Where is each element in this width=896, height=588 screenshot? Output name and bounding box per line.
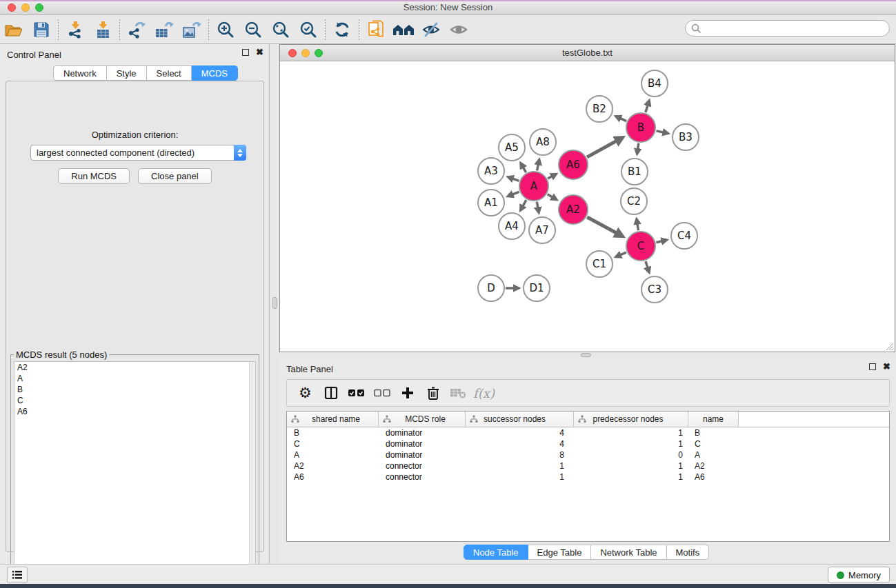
float-table-panel-icon[interactable]: [869, 363, 876, 370]
table-cell[interactable]: 1: [574, 428, 688, 438]
table-cell[interactable]: C: [287, 439, 379, 449]
function-builder-button[interactable]: f(x): [471, 381, 497, 405]
column-selector-button[interactable]: [318, 381, 344, 405]
column-header-successor-nodes[interactable]: successor nodes: [466, 412, 574, 427]
graph-edge-C-C4[interactable]: [656, 240, 666, 243]
table-row[interactable]: A6connector11A6: [287, 472, 889, 483]
table-cell[interactable]: 4: [466, 439, 574, 449]
table-cell[interactable]: B: [688, 428, 739, 438]
hide-selected-button[interactable]: [417, 17, 445, 42]
table-row[interactable]: Adominator80A: [287, 449, 889, 460]
table-settings-button[interactable]: ⚙: [292, 381, 318, 405]
column-header-predecessor-nodes[interactable]: predecessor nodes: [574, 412, 688, 427]
table-cell[interactable]: 8: [466, 450, 574, 460]
graph-edge-C-C2[interactable]: [637, 219, 639, 231]
network-window-titlebar[interactable]: testGlobe.txt: [280, 45, 895, 61]
add-column-button[interactable]: [395, 381, 420, 405]
save-session-button[interactable]: [28, 17, 55, 42]
search-field[interactable]: [685, 20, 890, 37]
show-all-button[interactable]: [445, 17, 472, 42]
task-history-button[interactable]: [7, 567, 28, 583]
graph-edge-B-B2[interactable]: [616, 116, 626, 121]
tab-network[interactable]: Network: [53, 65, 107, 81]
table-cell[interactable]: A: [688, 450, 739, 460]
resize-grip-icon[interactable]: [885, 342, 894, 351]
table-cell[interactable]: A: [287, 450, 379, 460]
network-from-selection-button[interactable]: [362, 17, 390, 42]
tab-select[interactable]: Select: [147, 65, 192, 81]
mcds-list-scrollbar[interactable]: [249, 362, 255, 583]
mcds-result-list[interactable]: A2ABCA6: [14, 361, 256, 584]
first-neighbors-button[interactable]: [390, 17, 417, 42]
apply-layout-button[interactable]: [328, 17, 356, 42]
tab-network-table[interactable]: Network Table: [591, 545, 666, 560]
table-row[interactable]: A2connector11A2: [287, 460, 889, 472]
export-image-button[interactable]: [178, 17, 206, 42]
table-cell[interactable]: dominator: [379, 450, 466, 460]
table-cell[interactable]: dominator: [379, 428, 466, 438]
import-table-button[interactable]: [89, 17, 117, 42]
memory-button[interactable]: Memory: [828, 567, 890, 583]
graph-edge-A-A8[interactable]: [537, 159, 539, 170]
tab-edge-table[interactable]: Edge Table: [528, 545, 592, 560]
table-cell[interactable]: 4: [466, 428, 574, 438]
import-network-button[interactable]: [61, 17, 89, 42]
table-cell[interactable]: 0: [574, 450, 688, 460]
network-graph[interactable]: AA1A2A3A4A5A6A7A8BB1B2B3B4CC1C2C3C4DD1: [280, 61, 895, 352]
criterion-select[interactable]: largest connected component (directed): [30, 145, 246, 161]
select-all-button[interactable]: [344, 381, 369, 405]
tab-node-table[interactable]: Node Table: [464, 545, 528, 560]
table-cell[interactable]: A6: [287, 472, 379, 482]
tab-style[interactable]: Style: [107, 65, 147, 81]
float-panel-icon[interactable]: [242, 49, 249, 56]
vertical-splitter-handle[interactable]: [272, 297, 277, 309]
tab-mcds[interactable]: MCDS: [192, 65, 238, 81]
deselect-all-button[interactable]: [369, 381, 395, 405]
table-cell[interactable]: 1: [574, 461, 688, 471]
network-canvas[interactable]: AA1A2A3A4A5A6A7A8BB1B2B3B4CC1C2C3C4DD1: [280, 61, 895, 352]
mcds-result-item[interactable]: A6: [14, 406, 255, 417]
column-header-name[interactable]: name: [688, 412, 739, 427]
table-cell[interactable]: A2: [688, 461, 739, 471]
graph-edge-B-B3[interactable]: [656, 131, 668, 134]
table-row[interactable]: Bdominator41B: [287, 427, 889, 438]
open-session-button[interactable]: [0, 17, 28, 42]
graph-edge-A6-B[interactable]: [587, 137, 623, 156]
table-cell[interactable]: A2: [287, 461, 379, 471]
graph-edge-C-C1[interactable]: [616, 252, 626, 257]
table-cell[interactable]: connector: [379, 472, 466, 482]
delete-table-button[interactable]: [446, 381, 471, 405]
graph-edge-A-A3[interactable]: [508, 177, 519, 181]
run-mcds-button[interactable]: Run MCDS: [58, 168, 130, 184]
mcds-result-item[interactable]: A2: [14, 362, 255, 373]
tab-motifs[interactable]: Motifs: [667, 545, 710, 560]
table-row[interactable]: Cdominator41C: [287, 438, 889, 449]
graph-edge-C-C3[interactable]: [646, 261, 649, 272]
table-cell[interactable]: C: [688, 439, 739, 449]
graph-edge-A-A2[interactable]: [548, 194, 557, 200]
graph-edge-B-B4[interactable]: [646, 101, 649, 112]
column-header-shared-name[interactable]: shared name: [287, 412, 379, 427]
mcds-result-item[interactable]: A: [14, 373, 255, 384]
table-cell[interactable]: A6: [688, 472, 739, 482]
graph-edge-A-A6[interactable]: [548, 174, 556, 179]
delete-column-button[interactable]: [420, 381, 446, 405]
table-cell[interactable]: 1: [466, 472, 574, 482]
table-cell[interactable]: 1: [574, 472, 688, 482]
column-header-mcds-role[interactable]: MCDS role: [379, 412, 466, 427]
table-cell[interactable]: B: [287, 428, 379, 438]
zoom-in-button[interactable]: [212, 17, 239, 42]
close-panel-icon[interactable]: ✖: [256, 49, 263, 56]
graph-edge-A-A1[interactable]: [508, 192, 519, 196]
close-panel-button[interactable]: Close panel: [138, 168, 212, 184]
mcds-result-item[interactable]: C: [14, 395, 255, 406]
graph-edge-A2-C[interactable]: [587, 217, 622, 236]
table-cell[interactable]: dominator: [379, 439, 466, 449]
horizontal-splitter-handle[interactable]: [581, 353, 591, 357]
mcds-result-item[interactable]: B: [14, 384, 255, 395]
zoom-selected-button[interactable]: [295, 17, 322, 42]
table-cell[interactable]: 1: [574, 439, 688, 449]
export-table-button[interactable]: [150, 17, 178, 42]
export-network-button[interactable]: [123, 17, 150, 42]
graph-edge-B-B1[interactable]: [637, 143, 639, 154]
